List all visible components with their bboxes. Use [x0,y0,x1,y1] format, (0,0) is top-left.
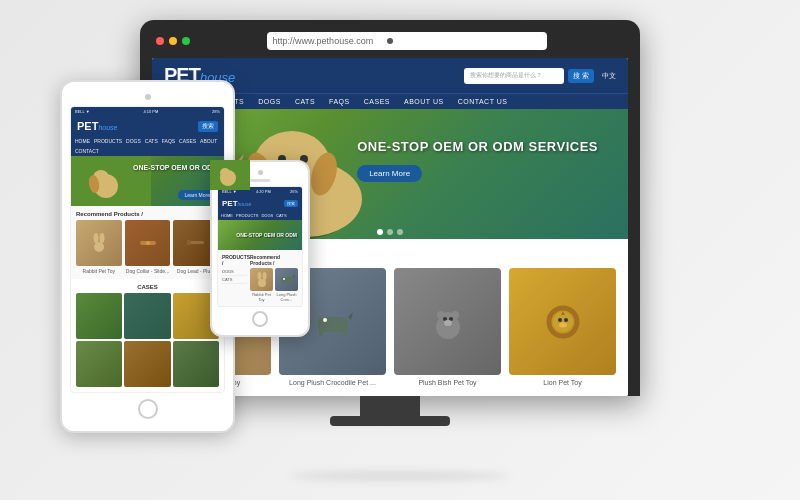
hero-dot-active[interactable] [377,229,383,235]
lion-toy-icon [543,302,583,342]
t-rabbit-icon [89,233,109,253]
address-bar[interactable]: http://www.pethouse.com [267,32,548,50]
tablet-logo: PET house [77,120,117,132]
tablet-status-bar: BELL ▼ 4:10 PM 28% [71,107,224,116]
hero-dot-2[interactable] [387,229,393,235]
phone-hero: ONE-STOP OEM OR ODM [218,220,302,250]
case-img-2[interactable] [124,293,170,339]
product-name-3: Plush Bish Pet Toy [394,379,501,386]
p-nav-home[interactable]: HOME [221,213,233,218]
maximize-dot[interactable] [182,37,190,45]
tablet: BELL ▼ 4:10 PM 28% PET house 搜索 HOME PRO… [60,80,235,433]
phone-hero-text: ONE-STOP OEM OR ODM [236,232,297,238]
product-card-3[interactable]: Plush Bish Pet Toy [394,268,501,386]
tablet-products-grid: Rabbit Pet Toy Dog Collar - Slide... [76,220,219,274]
product-image-3 [394,268,501,375]
camera-icon [387,38,393,44]
p-nav-products[interactable]: PRODUCTS [236,213,258,218]
croc-toy-icon [313,302,353,342]
p-product-name-2: Long Plush Croc... [275,292,298,302]
t-product-1[interactable]: Rabbit Pet Toy [76,220,122,274]
t-nav-cats[interactable]: CATS [145,138,158,144]
case-img-5[interactable] [124,341,170,387]
phone-products-grid: Rabbit Pet Toy [250,268,298,302]
tablet-nav: HOME PRODUCTS DOGS CATS FAQS CASES ABOUT… [71,136,224,156]
hero-dot-3[interactable] [397,229,403,235]
tablet-home-button[interactable] [138,399,158,419]
nav-faqs[interactable]: FAQS [329,98,350,105]
phone-logo: PET house [222,199,251,208]
monitor-dots [156,37,190,45]
t-nav-about[interactable]: ABOUT [200,138,217,144]
search-box[interactable]: 搜索你想要的商品是什么？ [464,68,564,84]
phone-sidebar-nav: DOGS CATS [222,268,247,284]
svg-point-23 [323,318,327,322]
t-nav-faqs[interactable]: FAQS [162,138,175,144]
tablet-carrier: BELL ▼ [75,109,90,114]
p-croc-icon [279,272,295,288]
tablet-products-title: Recommend Products / [76,211,219,217]
svg-point-45 [99,233,104,243]
phone-layout: PRODUCTS / DOGS CATS Recommend Products … [222,254,298,302]
p-product-img-2 [275,268,298,291]
phone-frame: BELL ▼ 4:20 PM 26% PET house 搜索 HOME PRO… [210,160,310,337]
p-product-1[interactable]: Rabbit Pet Toy [250,268,273,302]
monitor-top-bar: http://www.pethouse.com [152,32,628,50]
svg-marker-57 [293,274,295,279]
t-nav-contact[interactable]: CONTACT [75,148,99,154]
phone-search-btn[interactable]: 搜索 [284,200,298,207]
tablet-search-btn[interactable]: 搜索 [198,121,218,132]
nav-cats[interactable]: CATS [295,98,315,105]
svg-rect-56 [281,277,293,283]
p-product-img-1 [250,268,273,291]
svg-point-54 [257,272,261,280]
phone-time: 4:20 PM [256,189,271,194]
tablet-cases-section: CASES [71,279,224,393]
p-rabbit-icon [254,272,270,288]
t-nav-products[interactable]: PRODUCTS [94,138,122,144]
hero-title: ONE-STOP OEM OR ODM SERVICES [357,139,598,154]
phone-recommend-title: Recommend Products / [250,254,298,266]
svg-point-32 [444,320,452,326]
case-img-1[interactable] [76,293,122,339]
phone-battery: 26% [290,189,298,194]
phone-logo-house: house [238,201,252,207]
p-product-2[interactable]: Long Plush Croc... [275,268,298,302]
t-product-2[interactable]: Dog Collar - Slide... [125,220,171,274]
t-nav-home[interactable]: HOME [75,138,90,144]
bear-toy-icon [428,302,468,342]
tablet-hero: ONE-STOP OEM OR ODM Learn More [71,156,224,206]
phone: BELL ▼ 4:20 PM 26% PET house 搜索 HOME PRO… [210,160,310,337]
svg-rect-25 [343,330,347,336]
t-nav-cases[interactable]: CASES [179,138,196,144]
minimize-dot[interactable] [169,37,177,45]
product-name-4: Lion Pet Toy [509,379,616,386]
search-placeholder: 搜索你想要的商品是什么？ [470,71,542,80]
nav-contact[interactable]: CONTACT US [458,98,508,105]
phone-sidebar: PRODUCTS / DOGS CATS [222,254,247,302]
search-button[interactable]: 搜 索 [568,69,594,83]
svg-point-47 [146,241,150,245]
p-nav-dogs[interactable]: DOGS [261,213,273,218]
product-card-4[interactable]: Lion Pet Toy [509,268,616,386]
close-dot[interactable] [156,37,164,45]
hero-learn-more-button[interactable]: Learn More [357,165,422,182]
nav-cases[interactable]: CASES [364,98,390,105]
monitor-stand-neck [360,396,420,416]
svg-point-43 [94,242,104,252]
t-collar-icon [138,233,158,253]
lang-toggle[interactable]: 中文 [602,71,616,81]
p-nav-cats[interactable]: CATS [276,213,286,218]
case-img-4[interactable] [76,341,122,387]
t-nav-dogs[interactable]: DOGS [126,138,141,144]
phone-products-label: PRODUCTS / [222,254,247,266]
case-img-6[interactable] [173,341,219,387]
t-product-name-1: Rabbit Pet Toy [76,268,122,274]
phone-nav-cats[interactable]: CATS [222,276,247,284]
nav-about[interactable]: ABOUT US [404,98,444,105]
phone-home-button[interactable] [252,311,268,327]
nav-dogs[interactable]: DOGS [258,98,281,105]
phone-nav-dogs[interactable]: DOGS [222,268,247,276]
svg-point-58 [283,278,285,280]
tablet-screen: BELL ▼ 4:10 PM 28% PET house 搜索 HOME PRO… [70,106,225,393]
